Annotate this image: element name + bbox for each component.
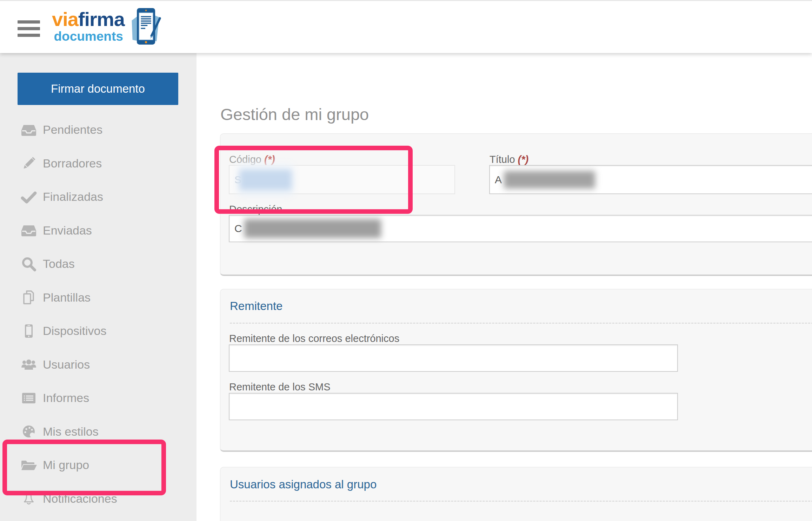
usuarios-section-title: Usuarios asignados al grupo <box>230 478 377 491</box>
check-icon <box>20 189 37 205</box>
sidebar-item-informes[interactable]: Informes <box>0 381 197 415</box>
bell-icon <box>20 490 37 507</box>
brand-name: viafirma <box>52 9 125 29</box>
hamburger-menu-icon[interactable] <box>18 20 40 37</box>
usuarios-asignados-panel <box>220 467 812 521</box>
top-header: viafirma documents <box>0 0 812 53</box>
sidebar-item-label: Notificaciones <box>43 492 117 506</box>
copy-icon <box>20 289 37 306</box>
codigo-value-redacted <box>239 170 292 190</box>
codigo-input[interactable]: S <box>229 165 455 194</box>
pencil-icon <box>20 155 37 172</box>
descripcion-value-redacted <box>244 219 381 238</box>
remitente-email-input[interactable] <box>229 344 678 372</box>
users-icon <box>20 356 37 373</box>
page-title: Gestión de mi grupo <box>220 105 369 124</box>
sidebar-item-label: Todas <box>43 257 75 271</box>
sidebar-item-finalizadas[interactable]: Finalizadas <box>0 180 197 214</box>
firmar-documento-button[interactable]: Firmar documento <box>18 73 178 105</box>
sidebar-item-todas[interactable]: Todas <box>0 247 197 281</box>
sidebar-item-label: Enviadas <box>43 224 92 237</box>
folder-open-icon <box>20 457 37 474</box>
remitente-sms-input[interactable] <box>229 393 678 420</box>
sidebar-item-pendientes[interactable]: Pendientes <box>0 113 197 147</box>
mobile-icon <box>20 323 37 339</box>
tablet-signature-logo-icon <box>127 5 164 50</box>
descripcion-input[interactable]: C <box>229 215 812 242</box>
sidebar-item-label: Mi grupo <box>43 458 89 472</box>
required-mark: (*) <box>264 154 275 165</box>
palette-icon <box>20 423 37 440</box>
sidebar-navigation: Firmar documento Pendientes <box>0 52 197 521</box>
viafirma-documents-app: viafirma documents <box>0 0 812 521</box>
sidebar-item-plantillas[interactable]: Plantillas <box>0 281 197 315</box>
list-icon <box>20 390 37 407</box>
sidebar-item-label: Usuarios <box>43 358 90 371</box>
sidebar-item-label: Plantillas <box>43 291 91 304</box>
remitente-sms-label: Remitente de los SMS <box>229 381 331 393</box>
sidebar-item-usuarios[interactable]: Usuarios <box>0 348 197 382</box>
codigo-label: Código (*) <box>229 154 275 165</box>
remitente-section-title: Remitente <box>230 299 282 313</box>
sidebar-item-label: Pendientes <box>43 123 102 137</box>
sidebar-item-mi-grupo[interactable]: Mi grupo <box>0 448 197 482</box>
brand-subtitle: documents <box>52 30 125 43</box>
titulo-value-prefix: A <box>495 174 502 186</box>
sidebar-item-label: Mis estilos <box>43 425 99 438</box>
titulo-value-redacted <box>504 171 595 189</box>
sidebar-menu: Pendientes Borradores <box>0 113 197 515</box>
titulo-label: Título (*) <box>490 154 528 165</box>
inbox-icon <box>20 222 37 239</box>
sidebar-item-mis-estilos[interactable]: Mis estilos <box>0 415 197 449</box>
descripcion-value-prefix: C <box>234 223 242 235</box>
sidebar-item-label: Dispositivos <box>43 324 106 338</box>
sidebar-item-label: Informes <box>43 391 89 405</box>
search-icon <box>20 256 37 272</box>
sidebar-item-dispositivos[interactable]: Dispositivos <box>0 314 197 348</box>
inbox-icon <box>20 121 37 138</box>
sidebar-item-notificaciones[interactable]: Notificaciones <box>0 482 197 516</box>
main-content: Gestión de mi grupo Código (*) S Título … <box>197 52 812 521</box>
sidebar-item-label: Borradores <box>43 157 102 170</box>
section-divider <box>230 323 812 324</box>
required-mark: (*) <box>518 154 529 165</box>
titulo-input[interactable]: A <box>489 165 812 194</box>
sidebar-item-borradores[interactable]: Borradores <box>0 147 197 180</box>
sidebar-item-enviadas[interactable]: Enviadas <box>0 214 197 248</box>
sidebar-item-label: Finalizadas <box>43 190 103 204</box>
descripcion-label: Descripción <box>229 204 282 215</box>
section-divider <box>230 501 812 502</box>
remitente-email-label: Remitente de los correos electrónicos <box>229 333 399 344</box>
brand-logo[interactable]: viafirma documents <box>52 9 125 43</box>
